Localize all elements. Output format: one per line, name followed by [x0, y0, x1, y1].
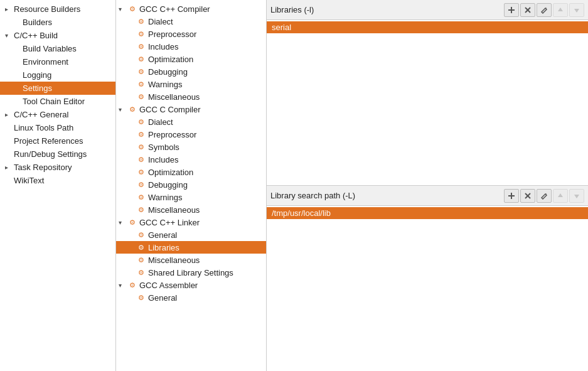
tree-item-assembler-general[interactable]: General: [116, 291, 266, 304]
tree-item-cpp-warnings[interactable]: Warnings: [116, 78, 266, 90]
tree-item-c-preprocessor[interactable]: Preprocessor: [116, 128, 266, 141]
c-miscellaneous-gear-icon: [136, 205, 146, 215]
cpp-includes-gear-icon: [136, 41, 146, 51]
c-optimization-gear-icon: [136, 167, 146, 177]
tree-item-label-c-dialect: Dialect: [148, 117, 173, 127]
sidebar-item-build-variables[interactable]: Build Variables: [0, 42, 115, 55]
search-down-button[interactable]: [569, 189, 584, 203]
tree-item-c-warnings[interactable]: Warnings: [116, 191, 266, 203]
sidebar-item-project-references[interactable]: Project References: [0, 134, 115, 148]
search-delete-button[interactable]: [520, 189, 535, 203]
tree-item-label-cpp-includes: Includes: [148, 42, 178, 51]
tree-item-label-linker-miscellaneous: Miscellaneous: [148, 255, 200, 265]
tree-item-c-dialect[interactable]: Dialect: [116, 116, 266, 128]
tree-item-cpp-preprocessor[interactable]: Preprocessor: [116, 28, 266, 40]
tree-item-cpp-dialect[interactable]: Dialect: [116, 15, 266, 28]
search-edit-button[interactable]: [537, 189, 552, 203]
tree-item-c-includes[interactable]: Includes: [116, 153, 266, 166]
gcc-c-compiler-gear-icon: [127, 104, 137, 114]
tree-item-c-symbols[interactable]: Symbols: [116, 141, 266, 153]
sidebar-item-linux-tools-path[interactable]: Linux Tools Path: [0, 121, 115, 134]
sidebar-item-wikitext[interactable]: WikiText: [0, 174, 115, 187]
tree-item-gcc-cpp-compiler[interactable]: ▾GCC C++ Compiler: [116, 3, 266, 15]
sidebar-item-label-logging: Logging: [23, 70, 113, 80]
tree-item-gcc-cpp-linker[interactable]: ▾GCC C++ Linker: [116, 216, 266, 229]
tree-item-label-linker-general: General: [148, 230, 177, 240]
tree-item-label-linker-libraries: Libraries: [148, 243, 179, 252]
tree-item-cpp-debugging[interactable]: Debugging: [116, 65, 266, 78]
c-symbols-gear-icon: [136, 142, 146, 152]
sidebar-item-cpp-general[interactable]: ▸C/C++ General: [0, 108, 115, 121]
search-add-button[interactable]: [504, 189, 519, 203]
tree-item-label-c-warnings: Warnings: [148, 193, 182, 202]
tree-item-label-c-symbols: Symbols: [148, 142, 179, 152]
libraries-add-button[interactable]: [504, 3, 519, 17]
tree-item-linker-general[interactable]: General: [116, 229, 266, 241]
sidebar-item-run-debug-settings[interactable]: Run/Debug Settings: [0, 148, 115, 161]
svg-marker-4: [558, 8, 563, 11]
tree-item-label-c-preprocessor: Preprocessor: [148, 130, 196, 139]
sidebar-item-builders[interactable]: Builders: [0, 16, 115, 29]
sidebar-item-resource-builders[interactable]: ▸Resource Builders: [0, 3, 115, 16]
resource-builders-arrow: ▸: [5, 6, 14, 13]
search-item-tmp-usr-local-lib[interactable]: /tmp/usr/local/lib: [267, 207, 588, 219]
c-dialect-gear-icon: [136, 117, 146, 127]
c-debugging-gear-icon: [136, 180, 146, 190]
linker-shared-library-gear-icon: [136, 267, 146, 277]
sidebar-item-environment[interactable]: Environment: [0, 55, 115, 68]
cpp-warnings-gear-icon: [136, 79, 146, 89]
assembler-general-gear-icon: [136, 293, 146, 303]
sidebar-item-label-resource-builders: Resource Builders: [14, 4, 113, 14]
sidebar-item-task-repository[interactable]: ▸Task Repository: [0, 161, 115, 174]
tree-item-cpp-optimization[interactable]: Optimization: [116, 53, 266, 65]
c-includes-gear-icon: [136, 154, 146, 164]
tree-item-c-optimization[interactable]: Optimization: [116, 166, 266, 178]
libraries-delete-button[interactable]: [520, 3, 535, 17]
sidebar-item-cpp-build[interactable]: ▾C/C++ Build: [0, 29, 115, 42]
tree-item-linker-miscellaneous[interactable]: Miscellaneous: [116, 254, 266, 266]
sidebar-item-label-tool-chain-editor: Tool Chain Editor: [23, 97, 113, 106]
gcc-assembler-gear-icon: [127, 280, 137, 290]
tree-item-gcc-c-compiler[interactable]: ▾GCC C Compiler: [116, 103, 266, 116]
sidebar-item-tool-chain-editor[interactable]: Tool Chain Editor: [0, 95, 115, 108]
tree-item-label-linker-shared-library: Shared Library Settings: [148, 268, 233, 277]
tree-item-linker-libraries[interactable]: Libraries: [116, 241, 266, 254]
gcc-cpp-compiler-tree-arrow: ▾: [119, 6, 127, 13]
tree-item-label-gcc-c-compiler: GCC C Compiler: [139, 105, 201, 114]
sidebar-item-label-linux-tools-path: Linux Tools Path: [14, 123, 113, 132]
sidebar-item-settings[interactable]: Settings: [0, 82, 115, 95]
libraries-edit-button[interactable]: [537, 3, 552, 17]
tree-item-label-cpp-miscellaneous: Miscellaneous: [148, 92, 200, 102]
library-search-section: Library search path (-L) /t: [267, 186, 588, 371]
library-search-toolbar: [504, 189, 584, 203]
libraries-header: Libraries (-l): [267, 0, 588, 20]
task-repository-arrow: ▸: [5, 164, 14, 171]
linker-miscellaneous-gear-icon: [136, 255, 146, 265]
tree-item-label-gcc-cpp-compiler: GCC C++ Compiler: [139, 4, 210, 14]
tree-item-label-cpp-dialect: Dialect: [148, 17, 173, 26]
tree-item-linker-shared-library[interactable]: Shared Library Settings: [116, 266, 266, 279]
gcc-cpp-linker-tree-arrow: ▾: [119, 219, 127, 226]
tree-item-label-cpp-debugging: Debugging: [148, 67, 188, 77]
libraries-down-button[interactable]: [569, 3, 584, 17]
tree-item-gcc-assembler[interactable]: ▾GCC Assembler: [116, 279, 266, 291]
sidebar-item-label-wikitext: WikiText: [14, 176, 113, 185]
cpp-optimization-gear-icon: [136, 54, 146, 64]
tree-item-label-c-optimization: Optimization: [148, 168, 193, 177]
tree-item-cpp-includes[interactable]: Includes: [116, 40, 266, 53]
right-panel: Libraries (-l) serial: [267, 0, 588, 371]
tree-item-c-debugging[interactable]: Debugging: [116, 178, 266, 191]
lib-item-serial[interactable]: serial: [267, 21, 588, 33]
search-up-button[interactable]: [553, 189, 568, 203]
tree-item-cpp-miscellaneous[interactable]: Miscellaneous: [116, 90, 266, 103]
cpp-miscellaneous-gear-icon: [136, 92, 146, 102]
libraries-list: serial: [267, 20, 588, 185]
tree-item-label-assembler-general: General: [148, 293, 177, 303]
tree-item-c-miscellaneous[interactable]: Miscellaneous: [116, 203, 266, 216]
sidebar-item-label-settings: Settings: [23, 83, 113, 93]
libraries-up-button[interactable]: [553, 3, 568, 17]
linker-libraries-gear-icon: [136, 242, 146, 252]
sidebar-item-label-project-references: Project References: [14, 136, 113, 146]
svg-marker-5: [574, 9, 579, 13]
sidebar-item-logging[interactable]: Logging: [0, 68, 115, 82]
